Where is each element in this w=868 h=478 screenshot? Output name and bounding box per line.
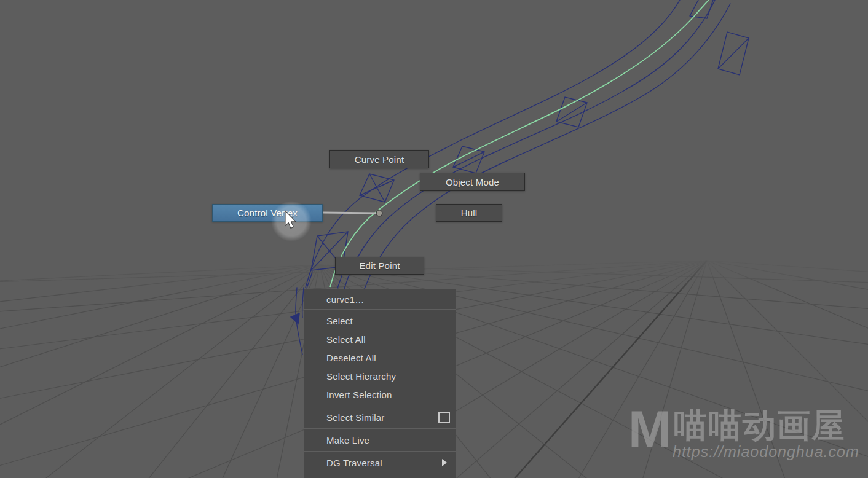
submenu-arrow-icon — [442, 459, 447, 466]
maya-viewport[interactable]: M 喵喵动画屋 https://miaodonghua.com Curve Po… — [0, 0, 868, 478]
context-menu-header: curve1… — [304, 289, 456, 309]
menu-item-label: Select Similar — [326, 412, 385, 423]
menu-item-make-live[interactable]: Make Live — [304, 431, 456, 449]
marking-menu-item-curve-point[interactable]: Curve Point — [329, 150, 429, 168]
checkbox-unchecked-icon[interactable] — [438, 412, 450, 423]
menu-item-invert-selection[interactable]: Invert Selection — [304, 385, 456, 404]
nurbs-curve[interactable] — [330, 0, 709, 287]
menu-item-select[interactable]: Select — [304, 311, 456, 330]
marking-menu-origin-dot — [376, 210, 382, 216]
menu-item-deselect-all[interactable]: Deselect All — [304, 348, 456, 367]
marking-menu-item-hull[interactable]: Hull — [436, 204, 502, 222]
context-menu: curve1… Select Select All Deselect All S… — [304, 289, 456, 478]
menu-item-select-similar[interactable]: Select Similar — [304, 408, 456, 426]
marking-menu-item-edit-point[interactable]: Edit Point — [335, 257, 424, 275]
marking-menu-item-control-vertex[interactable]: Control Vertex — [212, 204, 323, 222]
menu-item-select-all[interactable]: Select All — [304, 330, 456, 348]
menu-item-select-hierarchy[interactable]: Select Hierarchy — [304, 367, 456, 385]
marking-menu-item-object-mode[interactable]: Object Mode — [420, 173, 525, 191]
menu-item-label: DG Traversal — [326, 458, 382, 468]
marking-menu-connector — [323, 213, 377, 213]
menu-item-dg-traversal[interactable]: DG Traversal — [304, 453, 456, 472]
